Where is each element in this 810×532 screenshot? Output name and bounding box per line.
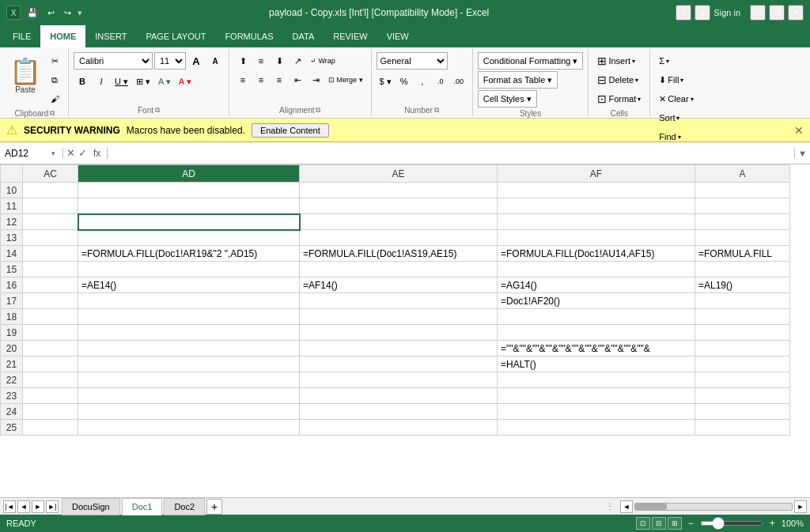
- border-button[interactable]: ⊞ ▾: [133, 73, 153, 90]
- cell-af-24[interactable]: [498, 404, 695, 420]
- font-name-select[interactable]: Calibri: [74, 52, 153, 70]
- horizontal-scroll[interactable]: ◄ ►: [620, 500, 807, 513]
- paste-button[interactable]: 📋 Paste: [6, 52, 44, 100]
- cell-ag-25[interactable]: [695, 420, 790, 436]
- italic-button[interactable]: I: [93, 73, 110, 90]
- cell-ae-16[interactable]: =AF14(): [300, 277, 498, 293]
- font-size-select[interactable]: 11: [154, 52, 186, 70]
- copy-button[interactable]: ⧉: [46, 71, 63, 89]
- sheet-tab-docusign[interactable]: DocuSign: [62, 498, 120, 515]
- cell-af-12[interactable]: [498, 214, 695, 230]
- help-button[interactable]: ?: [676, 5, 691, 21]
- save-quick-button[interactable]: 💾: [24, 6, 41, 20]
- cell-ac-15[interactable]: [23, 262, 78, 277]
- decrease-decimal-button[interactable]: .00: [450, 73, 467, 90]
- cell-ag-21[interactable]: [695, 357, 790, 372]
- align-right-button[interactable]: ≡: [271, 71, 288, 89]
- cell-ae-15[interactable]: [300, 262, 498, 277]
- clear-button[interactable]: ✕ Clear ▾: [655, 90, 697, 108]
- font-color-button[interactable]: A ▾: [176, 73, 195, 90]
- add-sheet-button[interactable]: +: [206, 499, 222, 515]
- insert-button[interactable]: ⊞ Insert ▾: [593, 52, 639, 70]
- align-center-button[interactable]: ≡: [252, 71, 270, 89]
- cancel-formula-button[interactable]: ✕: [66, 147, 75, 159]
- cell-ag-20[interactable]: [695, 341, 790, 357]
- cell-af-11[interactable]: [498, 198, 695, 214]
- cell-ad-17[interactable]: [78, 293, 300, 309]
- shrink-font-button[interactable]: A: [206, 52, 224, 70]
- number-format-select[interactable]: General: [377, 52, 448, 70]
- currency-button[interactable]: $ ▾: [377, 73, 395, 90]
- cell-ae-21[interactable]: [300, 357, 498, 372]
- find-select-button[interactable]: Find ▾: [655, 128, 684, 145]
- cell-ag-10[interactable]: [695, 183, 790, 198]
- close-warning-button[interactable]: ✕: [794, 124, 804, 137]
- redo-button[interactable]: ↪: [61, 6, 74, 20]
- cell-ag-14[interactable]: =FORMULA.FILL: [695, 246, 790, 262]
- cell-ae-22[interactable]: [300, 372, 498, 388]
- cell-ac-19[interactable]: [23, 325, 78, 341]
- col-header-ae[interactable]: AE: [300, 165, 498, 183]
- cell-ac-21[interactable]: [23, 357, 78, 372]
- cell-ac-23[interactable]: [23, 388, 78, 404]
- formula-input[interactable]: [108, 148, 794, 159]
- cell-af-19[interactable]: [498, 325, 695, 341]
- increase-decimal-button[interactable]: .0: [432, 73, 449, 90]
- cell-ag-19[interactable]: [695, 325, 790, 341]
- middle-align-button[interactable]: ≡: [252, 52, 270, 70]
- cell-ac-16[interactable]: [23, 277, 78, 293]
- tab-data[interactable]: DATA: [283, 25, 324, 47]
- col-header-ag[interactable]: A: [695, 165, 790, 183]
- ribbon-toggle-button[interactable]: ▲: [695, 5, 710, 21]
- cell-ag-11[interactable]: [695, 198, 790, 214]
- cell-ref-dropdown[interactable]: ▾: [51, 149, 55, 157]
- tab-home[interactable]: HOME: [40, 25, 85, 47]
- cell-ac-20[interactable]: [23, 341, 78, 357]
- close-button[interactable]: ✕: [788, 5, 804, 21]
- cell-af-17[interactable]: =Doc1!AF20(): [498, 293, 695, 309]
- tab-file[interactable]: FILE: [3, 25, 40, 47]
- cell-styles-button[interactable]: Cell Styles ▾: [478, 90, 537, 108]
- cell-ad-15[interactable]: [78, 262, 300, 277]
- cell-ac-13[interactable]: [23, 230, 78, 246]
- cell-af-23[interactable]: [498, 388, 695, 404]
- delete-button[interactable]: ⊟ Delete ▾: [593, 71, 642, 89]
- cell-ad-25[interactable]: [78, 420, 300, 436]
- cell-af-25[interactable]: [498, 420, 695, 436]
- decrease-indent-button[interactable]: ⇤: [289, 71, 306, 89]
- enable-content-button[interactable]: Enable Content: [252, 123, 329, 138]
- cell-af-18[interactable]: [498, 309, 695, 325]
- sheet-nav-last[interactable]: ►|: [46, 500, 59, 513]
- tab-review[interactable]: REVIEW: [324, 25, 377, 47]
- cell-af-13[interactable]: [498, 230, 695, 246]
- cell-ae-24[interactable]: [300, 404, 498, 420]
- cell-ad-13[interactable]: [78, 230, 300, 246]
- cell-ac-14[interactable]: [23, 246, 78, 262]
- cell-ad-23[interactable]: [78, 388, 300, 404]
- increase-indent-button[interactable]: ⇥: [307, 71, 324, 89]
- cell-ad-16[interactable]: =AE14(): [78, 277, 300, 293]
- cell-ag-18[interactable]: [695, 309, 790, 325]
- col-header-ac[interactable]: AC: [23, 165, 78, 183]
- sheet-nav-next[interactable]: ►: [32, 500, 44, 513]
- comma-button[interactable]: ,: [414, 73, 431, 90]
- cell-ae-23[interactable]: [300, 388, 498, 404]
- cell-ad-14[interactable]: =FORMULA.FILL(Doc1!AR19&"2 ",AD15): [78, 246, 300, 262]
- page-layout-view-button[interactable]: ⊟: [652, 517, 666, 530]
- cell-af-10[interactable]: [498, 183, 695, 198]
- scroll-left-button[interactable]: ◄: [620, 500, 633, 513]
- cell-ac-11[interactable]: [23, 198, 78, 214]
- sheet-nav-prev[interactable]: ◄: [17, 500, 30, 513]
- cell-af-16[interactable]: =AG14(): [498, 277, 695, 293]
- cell-ac-22[interactable]: [23, 372, 78, 388]
- cell-af-20[interactable]: =""&""&""&""&""&""&""&""&""&""&""&: [498, 341, 695, 357]
- tab-formulas[interactable]: FORMULAS: [215, 25, 282, 47]
- cell-ag-24[interactable]: [695, 404, 790, 420]
- cell-ad-10[interactable]: [78, 183, 300, 198]
- zoom-slider[interactable]: [700, 521, 763, 526]
- cell-ag-13[interactable]: [695, 230, 790, 246]
- merge-button[interactable]: ⊡ Merge ▾: [325, 71, 366, 89]
- cell-ag-22[interactable]: [695, 372, 790, 388]
- cell-ad-18[interactable]: [78, 309, 300, 325]
- cell-af-21[interactable]: =HALT(): [498, 357, 695, 372]
